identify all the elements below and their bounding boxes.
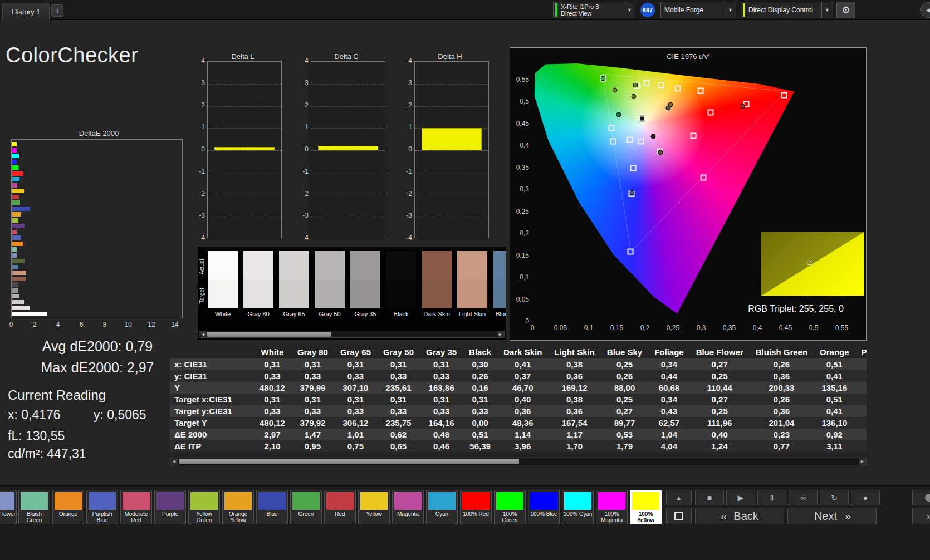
patch-button-orange[interactable]: Orange bbox=[52, 490, 84, 524]
reading-cdm2-value: cd/m²: 447,31 bbox=[8, 446, 86, 461]
swatch-label: Blue Sky bbox=[493, 311, 506, 317]
table-cell: 0,40 bbox=[690, 429, 750, 440]
patch-button-green[interactable]: Green bbox=[290, 490, 322, 524]
pattern-source-dropdown[interactable]: Mobile Forge ▼ bbox=[660, 2, 736, 18]
session-count-badge[interactable]: 687 bbox=[640, 3, 655, 17]
swatch-label: White bbox=[208, 311, 238, 317]
x-tick-label: 10 bbox=[124, 321, 131, 328]
table-cell: 0,31 bbox=[377, 358, 420, 370]
collapse-panel-button[interactable]: ◀ bbox=[920, 2, 930, 18]
table-cell: 0,34 bbox=[648, 358, 690, 370]
patch-button-yellow[interactable]: Yellow bbox=[358, 490, 390, 524]
swatch-strip-scrollbar[interactable]: ◀ ▶ bbox=[199, 331, 505, 338]
table-cell: 0,19 bbox=[855, 405, 867, 417]
table-cell: 167,54 bbox=[548, 417, 601, 429]
display-control-dropdown[interactable]: Direct Display Control ▼ bbox=[741, 2, 833, 18]
meter-dropdown[interactable]: X-Rite i1Pro 3Direct View ▼ bbox=[553, 2, 635, 18]
play-button[interactable]: ▶ bbox=[726, 490, 755, 505]
patch-button-magenta[interactable]: Magenta bbox=[392, 490, 424, 524]
scroll-left-icon[interactable]: ◀ bbox=[170, 458, 178, 465]
record-button[interactable]: ● bbox=[851, 490, 880, 505]
pause-button[interactable]: Ⅱ bbox=[757, 490, 786, 505]
scrollbar-thumb[interactable] bbox=[207, 332, 331, 337]
patch-button-100-magenta[interactable]: 100% Magenta bbox=[596, 490, 628, 524]
table-cell: 0,36 bbox=[548, 370, 601, 382]
row-label: Target y:CIE31 bbox=[170, 405, 253, 417]
patch-button-100-cyan[interactable]: 100% Cyan bbox=[562, 490, 594, 524]
patch-button-bluish-green[interactable]: Bluish Green bbox=[18, 490, 50, 524]
patch-button-moderate-red[interactable]: Moderate Red bbox=[120, 490, 152, 524]
layout-button[interactable] bbox=[666, 508, 692, 524]
de2000-bar-red bbox=[12, 195, 19, 199]
table-cell: 0,36 bbox=[750, 405, 814, 417]
chevron-down-icon[interactable]: ▼ bbox=[624, 2, 635, 18]
de2000-bar-gray-65 bbox=[12, 300, 24, 304]
gridline bbox=[208, 128, 281, 129]
gridline bbox=[208, 106, 281, 107]
stop-button[interactable]: ■ bbox=[695, 490, 724, 505]
swatch-comparison-strip: Actual Target WhiteGray 80Gray 65Gray 50… bbox=[198, 247, 506, 340]
cie-marker-measured bbox=[629, 190, 634, 195]
cie-marker-measured bbox=[616, 112, 621, 117]
table-cell: 480,12 bbox=[253, 417, 291, 429]
table-cell: 1,24 bbox=[690, 440, 750, 452]
patch-button-yellow-green[interactable]: Yellow Green bbox=[188, 490, 220, 524]
patch-scroll-up-button[interactable]: ▲ bbox=[666, 490, 692, 505]
table-cell: 0,31 bbox=[377, 394, 420, 405]
patch-button-label: 100% Blue bbox=[529, 511, 559, 517]
partial-right-top-button[interactable] bbox=[912, 490, 930, 505]
chevron-down-icon[interactable]: ▼ bbox=[725, 2, 736, 18]
next-button[interactable]: Next » bbox=[787, 508, 877, 524]
patch-button-100-green[interactable]: 100% Green bbox=[494, 490, 526, 524]
patch-button-blue-flower[interactable]: Blue Flower bbox=[0, 490, 17, 524]
patch-button-100-yellow[interactable]: 100% Yellow bbox=[630, 490, 662, 524]
table-cell: 4,04 bbox=[648, 440, 690, 452]
table-row-target-y-cie31: Target y:CIE310,330,330,330,330,330,330,… bbox=[170, 405, 867, 417]
patch-button-purple[interactable]: Purple bbox=[154, 490, 186, 524]
settings-button[interactable]: ⚙ bbox=[836, 2, 855, 18]
de2000-bar-orange-yellow bbox=[12, 212, 21, 217]
table-cell: 0,51 bbox=[463, 429, 497, 440]
circle-icon bbox=[925, 494, 930, 502]
patch-button-100-red[interactable]: 100% Red bbox=[460, 490, 492, 524]
swatch-label: Gray 50 bbox=[315, 311, 345, 317]
actual-swatch bbox=[457, 251, 487, 280]
patch-button-red[interactable]: Red bbox=[324, 490, 356, 524]
gear-icon: ⚙ bbox=[841, 4, 850, 16]
scroll-left-icon[interactable]: ◀ bbox=[199, 331, 207, 337]
tab-history-1[interactable]: History 1 bbox=[2, 3, 50, 20]
scroll-right-icon[interactable]: ▶ bbox=[497, 331, 504, 337]
loop-button[interactable]: ∞ bbox=[789, 490, 818, 505]
patch-button-purplish-blue[interactable]: Purplish Blue bbox=[86, 490, 118, 524]
patch-button-orange-yellow[interactable]: Orange Yellow bbox=[222, 490, 254, 524]
chart-delta-c: Delta C43210-1-2-3-4 bbox=[296, 52, 385, 248]
reading-y-value: y: 0,5065 bbox=[94, 407, 146, 423]
x-tick-label: 0,05 bbox=[554, 324, 567, 332]
patch-button-100-blue[interactable]: 100% Blue bbox=[528, 490, 560, 524]
meter-label: X-Rite i1Pro 3Direct View bbox=[561, 3, 599, 17]
table-cell: 0,00 bbox=[463, 417, 497, 429]
table-scrollbar[interactable]: ◀ ▶ bbox=[170, 458, 867, 465]
patch-button-cyan[interactable]: Cyan bbox=[426, 490, 458, 524]
scrollbar-thumb[interactable] bbox=[179, 459, 519, 464]
gridline bbox=[311, 195, 385, 195]
scroll-right-icon[interactable]: ▶ bbox=[859, 458, 866, 465]
table-cell: 0,53 bbox=[601, 429, 648, 440]
add-tab-button[interactable]: + bbox=[51, 4, 63, 17]
table-cell: 56,43 bbox=[855, 417, 867, 429]
partial-right-bottom-button[interactable]: » bbox=[912, 508, 930, 524]
table-cell: 0,27 bbox=[690, 358, 750, 370]
table-cell: 0,26 bbox=[750, 358, 814, 370]
refresh-button[interactable]: ↻ bbox=[820, 490, 849, 505]
table-cell: 2,10 bbox=[253, 440, 291, 452]
patch-button-label: Bluish Green bbox=[19, 511, 49, 523]
patch-button-blue[interactable]: Blue bbox=[256, 490, 288, 524]
patch-button-label: Green bbox=[291, 511, 321, 517]
table-cell: 0,36 bbox=[750, 370, 814, 382]
pattern-source-label: Mobile Forge bbox=[661, 6, 703, 14]
table-cell: 0,25 bbox=[690, 405, 750, 417]
patch-color-swatch bbox=[258, 492, 286, 510]
column-header-orange: Orange bbox=[814, 345, 855, 358]
back-button[interactable]: « Back bbox=[695, 508, 784, 524]
chevron-down-icon[interactable]: ▼ bbox=[821, 2, 833, 18]
